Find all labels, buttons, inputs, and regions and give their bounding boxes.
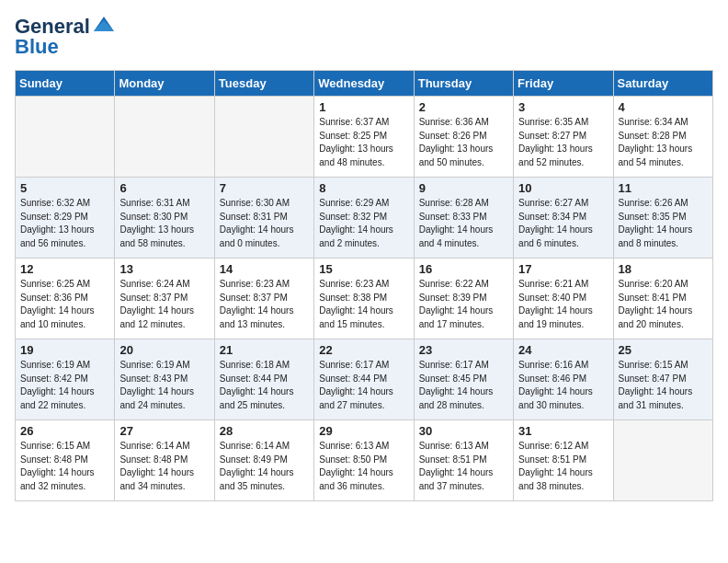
calendar-cell: 24Sunrise: 6:16 AMSunset: 8:46 PMDayligh…	[514, 339, 613, 420]
cell-info: Sunrise: 6:19 AMSunset: 8:42 PMDaylight:…	[20, 359, 109, 412]
col-header-saturday: Saturday	[613, 71, 712, 97]
calendar-cell: 13Sunrise: 6:24 AMSunset: 8:37 PMDayligh…	[115, 259, 214, 339]
calendar-cell	[214, 97, 313, 178]
calendar-cell: 6Sunrise: 6:31 AMSunset: 8:30 PMDaylight…	[115, 178, 214, 259]
logo: General Blue	[15, 15, 116, 59]
day-number: 27	[119, 424, 209, 438]
cell-info: Sunrise: 6:24 AMSunset: 8:37 PMDaylight:…	[119, 278, 209, 331]
day-number: 14	[220, 262, 309, 276]
cell-info: Sunrise: 6:14 AMSunset: 8:49 PMDaylight:…	[220, 440, 309, 493]
day-number: 12	[20, 262, 109, 276]
col-header-thursday: Thursday	[414, 71, 513, 97]
calendar-cell: 15Sunrise: 6:23 AMSunset: 8:38 PMDayligh…	[314, 259, 414, 339]
cell-info: Sunrise: 6:13 AMSunset: 8:50 PMDaylight:…	[319, 440, 408, 493]
col-header-wednesday: Wednesday	[314, 71, 414, 97]
cell-info: Sunrise: 6:36 AMSunset: 8:26 PMDaylight:…	[419, 116, 508, 169]
day-number: 19	[20, 343, 109, 357]
cell-info: Sunrise: 6:30 AMSunset: 8:31 PMDaylight:…	[220, 197, 309, 250]
cell-info: Sunrise: 6:14 AMSunset: 8:48 PMDaylight:…	[119, 440, 209, 493]
day-number: 25	[619, 343, 708, 357]
day-number: 11	[619, 181, 708, 195]
cell-info: Sunrise: 6:16 AMSunset: 8:46 PMDaylight:…	[518, 359, 608, 412]
col-header-sunday: Sunday	[16, 71, 115, 97]
calendar-cell: 5Sunrise: 6:32 AMSunset: 8:29 PMDaylight…	[16, 178, 115, 259]
day-number: 18	[619, 262, 708, 276]
day-number: 6	[119, 181, 209, 195]
day-number: 8	[319, 181, 408, 195]
day-number: 2	[419, 100, 508, 114]
calendar-cell: 14Sunrise: 6:23 AMSunset: 8:37 PMDayligh…	[214, 259, 313, 339]
cell-info: Sunrise: 6:19 AMSunset: 8:43 PMDaylight:…	[119, 359, 209, 412]
calendar-week-2: 12Sunrise: 6:25 AMSunset: 8:36 PMDayligh…	[16, 259, 713, 339]
day-number: 1	[319, 100, 408, 114]
day-number: 20	[119, 343, 209, 357]
cell-info: Sunrise: 6:17 AMSunset: 8:45 PMDaylight:…	[419, 359, 508, 412]
calendar-cell: 25Sunrise: 6:15 AMSunset: 8:47 PMDayligh…	[613, 339, 712, 420]
col-header-monday: Monday	[115, 71, 214, 97]
cell-info: Sunrise: 6:28 AMSunset: 8:33 PMDaylight:…	[419, 197, 508, 250]
day-number: 23	[419, 343, 508, 357]
calendar-cell: 20Sunrise: 6:19 AMSunset: 8:43 PMDayligh…	[115, 339, 214, 420]
calendar-cell: 3Sunrise: 6:35 AMSunset: 8:27 PMDaylight…	[514, 97, 613, 178]
calendar-cell: 10Sunrise: 6:27 AMSunset: 8:34 PMDayligh…	[514, 178, 613, 259]
cell-info: Sunrise: 6:23 AMSunset: 8:37 PMDaylight:…	[220, 278, 309, 331]
cell-info: Sunrise: 6:26 AMSunset: 8:35 PMDaylight:…	[619, 197, 708, 250]
cell-info: Sunrise: 6:23 AMSunset: 8:38 PMDaylight:…	[319, 278, 408, 331]
calendar-cell	[115, 97, 214, 178]
cell-info: Sunrise: 6:18 AMSunset: 8:44 PMDaylight:…	[220, 359, 309, 412]
cell-info: Sunrise: 6:25 AMSunset: 8:36 PMDaylight:…	[20, 278, 109, 331]
cell-info: Sunrise: 6:32 AMSunset: 8:29 PMDaylight:…	[20, 197, 109, 250]
calendar-cell: 31Sunrise: 6:12 AMSunset: 8:51 PMDayligh…	[514, 420, 613, 501]
calendar-week-3: 19Sunrise: 6:19 AMSunset: 8:42 PMDayligh…	[16, 339, 713, 420]
calendar-cell: 8Sunrise: 6:29 AMSunset: 8:32 PMDaylight…	[314, 178, 414, 259]
calendar-cell: 30Sunrise: 6:13 AMSunset: 8:51 PMDayligh…	[414, 420, 513, 501]
calendar-cell: 23Sunrise: 6:17 AMSunset: 8:45 PMDayligh…	[414, 339, 513, 420]
calendar-cell: 17Sunrise: 6:21 AMSunset: 8:40 PMDayligh…	[514, 259, 613, 339]
cell-info: Sunrise: 6:21 AMSunset: 8:40 PMDaylight:…	[518, 278, 608, 331]
col-header-friday: Friday	[514, 71, 613, 97]
calendar-cell: 7Sunrise: 6:30 AMSunset: 8:31 PMDaylight…	[214, 178, 313, 259]
day-number: 16	[419, 262, 508, 276]
calendar-cell	[613, 420, 712, 501]
calendar-cell: 4Sunrise: 6:34 AMSunset: 8:28 PMDaylight…	[613, 97, 712, 178]
calendar-cell: 9Sunrise: 6:28 AMSunset: 8:33 PMDaylight…	[414, 178, 513, 259]
cell-info: Sunrise: 6:29 AMSunset: 8:32 PMDaylight:…	[319, 197, 408, 250]
calendar-cell: 1Sunrise: 6:37 AMSunset: 8:25 PMDaylight…	[314, 97, 414, 178]
calendar-table: SundayMondayTuesdayWednesdayThursdayFrid…	[15, 70, 713, 501]
day-number: 9	[419, 181, 508, 195]
logo-icon	[92, 13, 116, 37]
svg-marker-1	[94, 20, 114, 31]
day-number: 28	[220, 424, 309, 438]
calendar-cell: 26Sunrise: 6:15 AMSunset: 8:48 PMDayligh…	[16, 420, 115, 501]
day-number: 17	[518, 262, 608, 276]
cell-info: Sunrise: 6:20 AMSunset: 8:41 PMDaylight:…	[619, 278, 708, 331]
page-header: General Blue	[15, 15, 713, 59]
calendar-cell: 11Sunrise: 6:26 AMSunset: 8:35 PMDayligh…	[613, 178, 712, 259]
cell-info: Sunrise: 6:22 AMSunset: 8:39 PMDaylight:…	[419, 278, 508, 331]
calendar-cell: 12Sunrise: 6:25 AMSunset: 8:36 PMDayligh…	[16, 259, 115, 339]
calendar-cell: 29Sunrise: 6:13 AMSunset: 8:50 PMDayligh…	[314, 420, 414, 501]
day-number: 30	[419, 424, 508, 438]
calendar-cell: 22Sunrise: 6:17 AMSunset: 8:44 PMDayligh…	[314, 339, 414, 420]
day-number: 5	[20, 181, 109, 195]
cell-info: Sunrise: 6:35 AMSunset: 8:27 PMDaylight:…	[518, 116, 608, 169]
day-number: 15	[319, 262, 408, 276]
day-number: 22	[319, 343, 408, 357]
calendar-cell: 21Sunrise: 6:18 AMSunset: 8:44 PMDayligh…	[214, 339, 313, 420]
cell-info: Sunrise: 6:34 AMSunset: 8:28 PMDaylight:…	[619, 116, 708, 169]
day-number: 31	[518, 424, 608, 438]
col-header-tuesday: Tuesday	[214, 71, 313, 97]
day-number: 4	[619, 100, 708, 114]
day-number: 3	[518, 100, 608, 114]
calendar-cell	[16, 97, 115, 178]
calendar-week-4: 26Sunrise: 6:15 AMSunset: 8:48 PMDayligh…	[16, 420, 713, 501]
cell-info: Sunrise: 6:31 AMSunset: 8:30 PMDaylight:…	[119, 197, 209, 250]
cell-info: Sunrise: 6:15 AMSunset: 8:47 PMDaylight:…	[619, 359, 708, 412]
cell-info: Sunrise: 6:27 AMSunset: 8:34 PMDaylight:…	[518, 197, 608, 250]
cell-info: Sunrise: 6:37 AMSunset: 8:25 PMDaylight:…	[319, 116, 408, 169]
calendar-cell: 16Sunrise: 6:22 AMSunset: 8:39 PMDayligh…	[414, 259, 513, 339]
day-number: 7	[220, 181, 309, 195]
day-number: 26	[20, 424, 109, 438]
calendar-cell: 27Sunrise: 6:14 AMSunset: 8:48 PMDayligh…	[115, 420, 214, 501]
cell-info: Sunrise: 6:13 AMSunset: 8:51 PMDaylight:…	[419, 440, 508, 493]
